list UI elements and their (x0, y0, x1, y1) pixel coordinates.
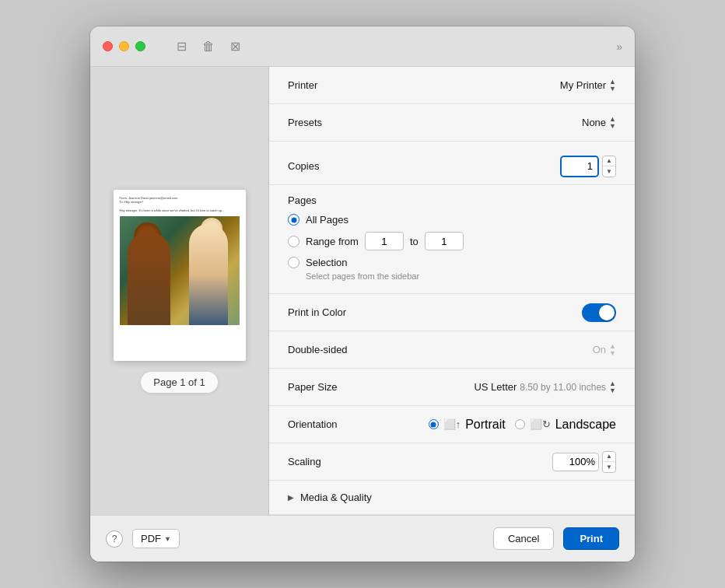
copies-stepper: 1 ▲ ▼ (560, 156, 616, 177)
all-pages-radio[interactable] (288, 214, 299, 226)
selection-radio[interactable] (288, 257, 299, 268)
spacer-1 (269, 142, 635, 148)
pdf-chevron-icon: ▼ (164, 535, 171, 543)
copies-control: 1 ▲ ▼ (560, 156, 616, 177)
cancel-button[interactable]: Cancel (493, 527, 554, 550)
landscape-radio[interactable] (515, 419, 525, 429)
pdf-button[interactable]: PDF ▼ (132, 529, 180, 548)
scaling-input[interactable]: 100% (552, 453, 599, 471)
titlebar: ⊟ 🗑 ⊠ » (90, 26, 635, 67)
main-content: From: Jasmine Davis jasmine@email.com To… (90, 67, 635, 515)
all-pages-label: All Pages (306, 214, 348, 226)
print-dialog: ⊟ 🗑 ⊠ » From: Jasmine Davis jasmine@emai… (90, 26, 635, 562)
selection-row: Selection (288, 257, 616, 268)
print-color-toggle-container (582, 303, 616, 322)
scaling-label: Scaling (288, 456, 389, 467)
x-icon[interactable]: ⊠ (230, 39, 240, 54)
print-color-toggle[interactable] (582, 303, 616, 322)
paper-size-stepper-icon: ▲▼ (609, 380, 616, 394)
portrait-icon: ⬜↑ (443, 418, 461, 430)
settings-panel: Printer My Printer ▲▼ Presets None ▲▼ Co… (269, 67, 635, 515)
presets-stepper-icon: ▲▼ (609, 116, 616, 130)
portrait-option[interactable]: ⬜↑ Portrait (429, 418, 506, 432)
landscape-label: Landscape (555, 418, 616, 432)
traffic-lights (103, 41, 145, 51)
orientation-row: Orientation ⬜↑ Portrait ⬜↻ Landscape (269, 406, 635, 443)
printer-label: Printer (288, 79, 389, 91)
copies-increment[interactable]: ▲ (603, 156, 615, 167)
preview-figure-body-left (128, 232, 170, 325)
copies-row: Copies 1 ▲ ▼ (269, 148, 635, 185)
printer-row: Printer My Printer ▲▼ (269, 67, 635, 104)
page-preview: From: Jasmine Davis jasmine@email.com To… (114, 190, 246, 361)
trash-icon[interactable]: 🗑 (202, 40, 215, 54)
presets-label: Presets (288, 117, 389, 128)
orientation-group: ⬜↑ Portrait ⬜↻ Landscape (429, 418, 616, 432)
orientation-label: Orientation (288, 418, 389, 430)
toggle-knob (599, 305, 615, 320)
copies-label: Copies (288, 160, 389, 172)
presets-row: Presets None ▲▼ (269, 104, 635, 142)
close-button[interactable] (103, 41, 113, 51)
preview-panel: From: Jasmine Davis jasmine@email.com To… (90, 67, 269, 515)
preview-email-header: From: Jasmine Davis jasmine@email.com To… (120, 196, 240, 213)
presets-name: None (582, 117, 606, 128)
print-color-row: Print in Color (269, 294, 635, 331)
presets-value: None ▲▼ (582, 116, 616, 130)
double-sided-row: Double-sided On ▲▼ (269, 331, 635, 369)
print-color-label: Print in Color (288, 306, 389, 318)
selection-hint: Select pages from the sidebar (306, 271, 616, 281)
range-row: Range from to (288, 232, 616, 250)
copies-decrement[interactable]: ▼ (603, 166, 615, 177)
paper-size-label: Paper Size (288, 381, 389, 393)
printer-stepper-icon: ▲▼ (609, 79, 616, 93)
preview-figure-body-right (189, 224, 228, 325)
print-button[interactable]: Print (563, 527, 619, 550)
paper-size-row: Paper Size US Letter 8.50 by 11.00 inche… (269, 369, 635, 406)
portrait-radio[interactable] (429, 419, 439, 429)
landscape-icon: ⬜↻ (530, 418, 551, 430)
range-from-input[interactable] (365, 232, 404, 250)
double-sided-label: Double-sided (288, 344, 389, 355)
double-sided-stepper-icon: ▲▼ (609, 343, 616, 357)
selection-label: Selection (306, 257, 347, 268)
chevron-right-icon: ▶ (288, 493, 294, 502)
pdf-label: PDF (141, 533, 161, 544)
scaling-arrows: ▲ ▼ (602, 451, 616, 473)
paper-size-dims: 8.50 by 11.00 inches (520, 382, 606, 393)
double-sided-name: On (593, 344, 606, 355)
scaling-control: 100% ▲ ▼ (552, 451, 616, 473)
scaling-row: Scaling 100% ▲ ▼ (269, 443, 635, 481)
page-label: Page 1 of 1 (141, 372, 218, 393)
all-pages-row: All Pages (288, 214, 616, 226)
pages-label: Pages (288, 194, 616, 206)
paper-size-name: US Letter (474, 381, 517, 393)
scaling-increment[interactable]: ▲ (603, 452, 615, 463)
printer-value: My Printer ▲▼ (560, 79, 616, 93)
range-to-label: to (410, 236, 419, 247)
scaling-stepper: 100% ▲ ▼ (552, 451, 616, 473)
media-quality-row[interactable]: ▶ Media & Quality (269, 481, 635, 515)
range-radio[interactable] (288, 236, 299, 247)
preview-image (120, 216, 240, 325)
help-button[interactable]: ? (106, 530, 123, 548)
landscape-option[interactable]: ⬜↻ Landscape (515, 418, 616, 432)
range-to-input[interactable] (425, 232, 464, 250)
copies-input[interactable]: 1 (560, 156, 599, 177)
footer: ? PDF ▼ Cancel Print (90, 515, 635, 562)
maximize-button[interactable] (135, 41, 145, 51)
minimize-button[interactable] (119, 41, 129, 51)
range-from-label: Range from (306, 236, 359, 247)
media-quality-label: Media & Quality (300, 492, 372, 503)
portrait-label: Portrait (465, 418, 506, 432)
chevron-right-icon[interactable]: » (616, 40, 622, 53)
scaling-decrement[interactable]: ▼ (603, 462, 615, 472)
paper-size-value: US Letter 8.50 by 11.00 inches ▲▼ (474, 380, 616, 394)
range-controls: Range from to (306, 232, 464, 250)
printer-name: My Printer (560, 79, 606, 91)
archive-icon[interactable]: ⊟ (177, 39, 187, 54)
toolbar-icons: ⊟ 🗑 ⊠ (177, 39, 240, 54)
copies-arrows: ▲ ▼ (602, 156, 616, 177)
pages-section: Pages All Pages Range from to (269, 185, 635, 294)
double-sided-value: On ▲▼ (593, 343, 616, 357)
